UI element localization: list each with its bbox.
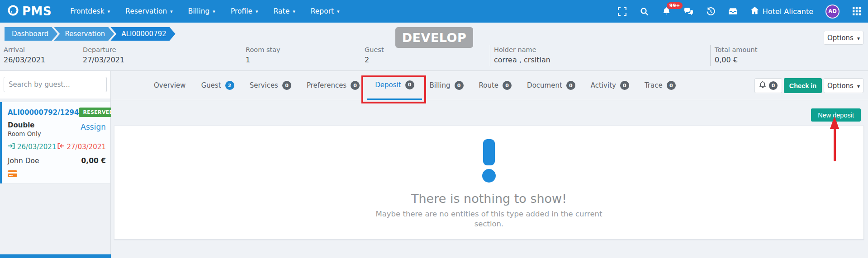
field-holder-name: Holder name correa , crsitian — [494, 46, 550, 64]
tab-guest-count-badge: 2 — [225, 81, 234, 90]
check-out-arrow-icon — [57, 143, 65, 151]
tab-preferences[interactable]: Preferences0 — [299, 71, 367, 100]
header-options-button[interactable]: Options — [824, 31, 863, 45]
rooms-sidebar: ALI00000792/1294 RESERVED Double Room On… — [0, 71, 111, 258]
tab-trace-count-badge: 0 — [667, 81, 676, 90]
notifications-bell-icon[interactable]: 99+ — [662, 6, 672, 16]
guest-name: John Doe — [8, 157, 39, 165]
menu-reservation[interactable]: Reservation — [119, 0, 180, 23]
tab-billing[interactable]: Billing0 — [422, 71, 471, 100]
annotation-highlight-rectangle — [361, 75, 426, 103]
brand-title: PMS — [22, 5, 52, 18]
alerts-bell-button[interactable]: 0 — [754, 78, 782, 93]
tab-deposit-count-badge: 0 — [405, 80, 414, 89]
card-amount: 0,00 € — [81, 157, 106, 165]
alerts-count-badge: 0 — [769, 81, 778, 90]
app-logo[interactable]: PMS — [7, 5, 52, 18]
tab-overview[interactable]: Overview — [146, 71, 194, 100]
empty-state-title: There is nothing to show! — [411, 192, 567, 206]
develop-environment-badge: DEVELOP — [395, 27, 473, 48]
exclamation-dot — [482, 169, 496, 183]
inbox-tray-icon[interactable] — [728, 6, 738, 16]
field-departure: Departure 27/03/2021 — [83, 46, 124, 64]
room-reservation-card[interactable]: ALI00000792/1294 RESERVED Double Room On… — [0, 102, 110, 184]
menu-rate[interactable]: Rate — [267, 0, 302, 23]
breadcrumb-dashboard[interactable]: Dashboard — [5, 27, 57, 41]
new-deposit-button[interactable]: New deposit — [811, 108, 861, 122]
payment-card-icon — [8, 170, 106, 179]
tab-services[interactable]: Services0 — [242, 71, 299, 100]
tab-billing-count-badge: 0 — [455, 81, 464, 90]
notification-count-badge: 99+ — [667, 2, 683, 9]
field-guest: Guest 2 — [365, 46, 384, 64]
menu-report[interactable]: Report — [304, 0, 346, 23]
apps-grid-icon[interactable] — [852, 6, 862, 16]
breadcrumb: Dashboard Reservation ALI00000792 — [5, 27, 172, 41]
reservation-detail-panel: Overview Guest2 Services0 Preferences0 D… — [111, 71, 868, 258]
card-arrival-date: 26/03/2021 — [17, 143, 56, 151]
check-in-button[interactable]: Check in — [784, 78, 822, 93]
check-in-arrow-icon — [8, 143, 15, 151]
fullscreen-icon[interactable] — [617, 6, 627, 16]
assign-link[interactable]: Assign — [81, 122, 106, 131]
search-icon[interactable] — [640, 6, 650, 16]
selected-indicator — [0, 102, 2, 183]
board-type: Room Only — [8, 130, 41, 137]
sidebar-scrollbar[interactable] — [0, 254, 111, 258]
divider — [710, 45, 711, 66]
card-departure-date: 27/03/2021 — [67, 143, 106, 151]
tab-trace[interactable]: Trace0 — [637, 71, 683, 100]
tab-document[interactable]: Document0 — [519, 71, 583, 100]
deposit-content-panel: There is nothing to show! Maybe there ar… — [114, 126, 864, 239]
divider — [490, 45, 490, 66]
menu-profile[interactable]: Profile — [224, 0, 265, 23]
main-menu: Frontdesk Reservation Billing Profile Ra… — [63, 0, 346, 23]
exclamation-icon — [483, 139, 495, 165]
home-icon — [750, 6, 759, 16]
reservation-header: Dashboard Reservation ALI00000792 DEVELO… — [0, 23, 868, 71]
breadcrumb-reservation-id[interactable]: ALI00000792 — [110, 27, 175, 41]
tab-route[interactable]: Route0 — [471, 71, 520, 100]
field-room-stay: Room stay 1 — [246, 46, 280, 64]
history-icon[interactable] — [706, 6, 716, 16]
field-arrival: Arrival 26/03/2021 — [4, 46, 45, 64]
hotel-name: Hotel Alicante — [763, 7, 813, 16]
empty-state-subtitle: Maybe there are no entities of this type… — [366, 209, 612, 230]
sidebar-search-section — [0, 71, 110, 99]
deposit-toolbar: New deposit — [111, 100, 868, 126]
user-avatar[interactable]: AD — [825, 5, 840, 19]
tab-preferences-count-badge: 0 — [351, 81, 360, 90]
pms-logo-icon — [7, 5, 19, 18]
room-type: Double — [8, 121, 41, 129]
bell-outline-icon — [759, 81, 766, 90]
breadcrumb-reservation[interactable]: Reservation — [54, 27, 114, 41]
active-hotel-selector[interactable]: Hotel Alicante — [750, 6, 813, 16]
top-navbar: PMS Frontdesk Reservation Billing Profil… — [0, 0, 868, 23]
tab-document-count-badge: 0 — [566, 81, 575, 90]
menu-billing[interactable]: Billing — [181, 0, 222, 23]
chat-icon[interactable] — [684, 6, 694, 16]
tab-guest[interactable]: Guest2 — [194, 71, 242, 100]
reservation-reference-link[interactable]: ALI00000792/1294 — [8, 108, 79, 117]
tab-activity[interactable]: Activity0 — [583, 71, 637, 100]
tab-services-count-badge: 0 — [282, 81, 291, 90]
search-input[interactable] — [4, 77, 107, 92]
field-total-amount: Total amount 0,00 € — [715, 46, 757, 64]
tab-activity-count-badge: 0 — [620, 81, 629, 90]
detail-tabs: Overview Guest2 Services0 Preferences0 D… — [111, 71, 868, 100]
tab-options-button[interactable]: Options — [824, 78, 863, 93]
empty-state: There is nothing to show! Maybe there ar… — [114, 126, 863, 230]
menu-frontdesk[interactable]: Frontdesk — [63, 0, 117, 23]
tab-deposit[interactable]: Deposit0 — [367, 71, 422, 100]
tab-route-count-badge: 0 — [503, 81, 512, 90]
